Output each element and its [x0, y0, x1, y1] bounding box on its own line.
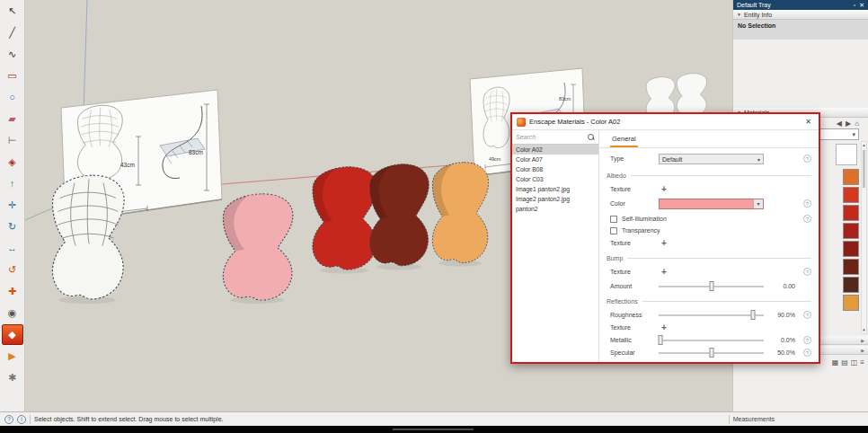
paint-bucket-tool[interactable]: ◈ [2, 152, 23, 172]
material-list-item[interactable]: panton2 [512, 204, 598, 214]
enscape-video-tool[interactable]: ▶ [2, 346, 23, 367]
enscape-start-tool[interactable]: ◆ [2, 324, 23, 345]
help-icon[interactable]: ? [4, 415, 13, 424]
amount-slider[interactable] [659, 281, 764, 292]
tab-general[interactable]: General [610, 135, 638, 147]
zoom-tool[interactable]: ◉ [2, 303, 23, 323]
scale-tool[interactable]: ↔ [2, 238, 23, 259]
scroll-down-icon[interactable]: ▼ [862, 328, 866, 332]
material-list-item[interactable]: Image2 panton2.jpg [512, 194, 598, 204]
forward-icon[interactable]: ▶ [846, 119, 851, 128]
freehand-tool[interactable]: ∿ [2, 44, 23, 65]
slider-thumb[interactable] [751, 310, 756, 320]
type-label: Type [610, 155, 624, 162]
material-swatch[interactable] [843, 295, 859, 311]
pin-icon[interactable]: ▫ [854, 2, 855, 8]
close-icon[interactable]: ✕ [802, 117, 814, 127]
list-view-icon[interactable]: ▤ [841, 358, 848, 367]
rectangle-tool[interactable]: ▭ [2, 66, 23, 86]
color-fill [660, 199, 753, 208]
chevron-down-icon[interactable]: ▾ [753, 199, 763, 208]
specular-value[interactable]: 50.0% [759, 349, 795, 356]
help-icon[interactable]: ? [803, 215, 811, 223]
material-swatch[interactable] [843, 205, 859, 221]
help-icon[interactable]: ? [803, 155, 811, 163]
slider-thumb[interactable] [659, 335, 663, 345]
dialog-titlebar[interactable]: Enscape Materials - Color A02 ✕ [512, 114, 819, 130]
self-illumination-checkbox[interactable] [610, 216, 617, 223]
material-swatch[interactable] [843, 241, 859, 257]
slider-thumb[interactable] [709, 281, 713, 291]
close-icon[interactable]: ✕ [859, 2, 864, 9]
help-icon[interactable]: ? [803, 268, 811, 276]
albedo-color-swatch[interactable]: ▾ [659, 199, 764, 209]
material-list-item[interactable]: Color A07 [512, 155, 598, 164]
pan-tool[interactable]: ✚ [2, 281, 23, 302]
select-tool[interactable]: ↖ [2, 1, 23, 22]
geolocation-icon[interactable]: i [17, 415, 26, 424]
material-swatch[interactable] [843, 169, 859, 185]
help-icon[interactable]: ? [803, 311, 811, 319]
eraser-tool[interactable]: ▰ [2, 109, 23, 129]
texture-label: Texture [610, 269, 631, 275]
tray-scrollbar[interactable]: ▲ ▼ [861, 141, 867, 334]
material-swatch[interactable] [843, 223, 859, 239]
home-icon[interactable]: ⌂ [855, 119, 859, 128]
measurements-input[interactable] [778, 414, 864, 424]
tape-measure-tool[interactable]: ⊢ [2, 130, 23, 151]
entity-info-section-header[interactable]: ▼ Entity Info [733, 10, 868, 20]
material-swatch[interactable] [843, 259, 859, 275]
status-hint: Select objects. Shift to extend select. … [34, 416, 224, 422]
enscape-logo-icon [517, 118, 526, 127]
enscape-materials-dialog: Enscape Materials - Color A02 ✕ Color A0… [510, 112, 820, 364]
reflections-group-label: Reflections [607, 296, 811, 305]
scroll-up-icon[interactable]: ▲ [862, 143, 866, 147]
help-icon[interactable]: ? [803, 199, 811, 208]
material-list-item[interactable]: Color C03 [512, 174, 598, 184]
add-texture-icon[interactable]: + [659, 267, 669, 278]
push-pull-tool[interactable]: ↑ [2, 173, 23, 194]
enscape-settings-tool[interactable]: ✱ [2, 367, 23, 388]
transparency-checkbox[interactable] [610, 227, 617, 234]
material-list-item[interactable]: Color A02 [512, 145, 598, 155]
move-tool[interactable]: ✛ [2, 195, 23, 216]
metallic-value[interactable]: 0.0% [759, 337, 795, 343]
material-preview-box[interactable] [836, 144, 857, 165]
albedo-texture-row: Texture + [610, 184, 811, 196]
roughness-value[interactable]: 90.0% [759, 312, 795, 318]
add-texture-icon[interactable]: + [659, 184, 669, 195]
type-dropdown[interactable]: Default ▾ [659, 154, 764, 164]
amount-value[interactable]: 0.00 [759, 283, 795, 289]
search-icon [588, 134, 595, 141]
detail-view-icon[interactable]: ◫ [851, 358, 858, 367]
help-icon[interactable]: ? [803, 336, 811, 344]
specular-slider[interactable] [659, 348, 764, 358]
menu-icon[interactable]: ≡ [860, 358, 864, 367]
add-texture-icon[interactable]: + [659, 238, 669, 249]
type-value: Default [662, 156, 757, 163]
add-texture-icon[interactable]: + [659, 323, 669, 333]
metallic-slider[interactable] [659, 335, 764, 346]
roughness-slider[interactable] [659, 310, 764, 321]
material-swatch[interactable] [843, 187, 859, 203]
rectangle-tool-icon: ▭ [7, 71, 16, 81]
back-icon[interactable]: ◀ [837, 119, 842, 128]
taskbar-notch [393, 429, 474, 430]
material-list-item[interactable]: Image1 panton2.jpg [512, 184, 598, 194]
slider-thumb[interactable] [709, 348, 713, 358]
circle-tool[interactable]: ○ [2, 87, 23, 108]
material-list-item[interactable]: Color B08 [512, 164, 598, 174]
chevron-down-icon: ▾ [757, 156, 760, 163]
search-input[interactable] [516, 134, 588, 140]
tray-title: Default Tray [737, 2, 771, 8]
line-tool[interactable]: ╱ [2, 22, 23, 43]
help-icon[interactable]: ? [803, 349, 811, 357]
texture-label: Texture [610, 324, 631, 331]
orbit-tool[interactable]: ↺ [2, 260, 23, 280]
search-row [512, 130, 598, 145]
material-swatch[interactable] [843, 277, 859, 293]
tray-header[interactable]: Default Tray ▫ ✕ [733, 0, 868, 10]
grid-view-icon[interactable]: ▦ [832, 358, 839, 367]
rotate-tool[interactable]: ↻ [2, 216, 23, 237]
scrollbar-thumb[interactable] [863, 150, 865, 188]
